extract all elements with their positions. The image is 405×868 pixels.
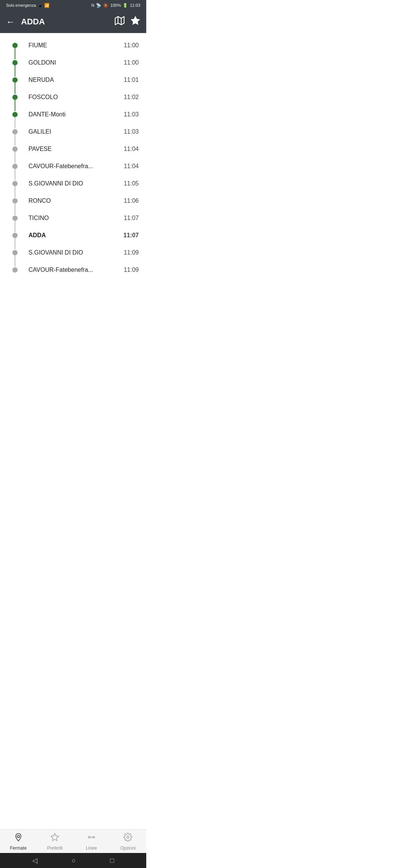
stop-name: FOSCOLO [28,94,124,101]
status-right: N 📡 🔕 100% 🔋 11:03 [91,3,140,8]
stop-item[interactable]: ADDA 11:07 [0,227,146,244]
stop-time: 11:05 [124,180,139,187]
stop-time: 11:02 [124,94,139,101]
timeline-col [8,95,22,100]
stop-item[interactable]: TICINO 11:07 [0,209,146,227]
bluetooth-icon: 📡 [96,3,101,8]
timeline-col [8,198,22,203]
sim-icon: 📱 [38,3,43,8]
timeline-col [8,164,22,169]
stop-list: FIUME 11:00 GOLDONI 11:00 NERUDA 11:01 F… [0,33,146,282]
stop-item[interactable]: PAVESE 11:04 [0,140,146,158]
stop-list-content: FIUME 11:00 GOLDONI 11:00 NERUDA 11:01 F… [0,33,146,327]
timeline-dot [12,129,18,134]
timeline-col [8,267,22,273]
clock-time: 11:03 [130,3,140,8]
mute-icon: 🔕 [103,3,108,8]
stop-name: S.GIOVANNI DI DIO [28,249,124,256]
timeline-dot [12,233,18,238]
status-left: Solo emergenza 📱 📶 [6,3,50,8]
timeline-col [8,250,22,255]
timeline-line [15,169,15,180]
stop-name: RONCO [28,197,124,204]
stop-name: TICINO [28,215,124,222]
svg-marker-0 [115,17,124,25]
stop-item[interactable]: CAVOUR-Fatebenefra... 11:09 [0,261,146,279]
timeline-line [15,186,15,197]
stop-name: NERUDA [28,77,124,83]
timeline-line [15,255,15,267]
timeline-line [15,152,15,163]
stop-name: GOLDONI [28,59,124,66]
stop-item[interactable]: S.GIOVANNI DI DIO 11:09 [0,244,146,261]
top-bar-icons [115,16,140,28]
timeline-dot [12,43,18,48]
emergency-text: Solo emergenza [6,3,36,8]
stop-name: PAVESE [28,146,124,152]
stop-item[interactable]: CAVOUR-Fatebenefra... 11:04 [0,158,146,175]
svg-marker-3 [131,17,140,24]
timeline-dot [12,215,18,221]
timeline-line [15,117,15,128]
battery-icon: 🔋 [123,3,128,8]
timeline-dot [12,164,18,169]
timeline-line [15,83,15,94]
timeline-line [15,48,15,59]
stop-time: 11:00 [124,42,139,49]
favorite-star-icon[interactable] [130,16,140,28]
stop-item[interactable]: S.GIOVANNI DI DIO 11:05 [0,175,146,192]
timeline-dot [12,112,18,117]
timeline-line [15,238,15,249]
stop-time: 11:00 [124,59,139,66]
timeline-col [8,112,22,117]
stop-item[interactable]: NERUDA 11:01 [0,71,146,89]
stop-time: 11:07 [123,232,139,239]
timeline-dot [12,146,18,152]
status-bar: Solo emergenza 📱 📶 N 📡 🔕 100% 🔋 11:03 [0,0,146,11]
timeline-line [15,100,15,111]
stop-item[interactable]: GOLDONI 11:00 [0,54,146,71]
stop-time: 11:04 [124,146,139,152]
timeline-col [8,215,22,221]
stop-time: 11:09 [124,249,139,256]
stop-item[interactable]: FIUME 11:00 [0,37,146,54]
stop-name: FIUME [28,42,124,49]
stop-item[interactable]: DANTE-Monti 11:03 [0,106,146,123]
stop-time: 11:07 [124,215,139,222]
stop-name: CAVOUR-Fatebenefra... [28,267,124,273]
timeline-dot [12,77,18,83]
map-icon[interactable] [115,16,124,28]
stop-time: 11:03 [124,128,139,135]
timeline-line [15,65,15,77]
top-bar: ← ADDA [0,11,146,33]
timeline-line [15,221,15,232]
stop-item[interactable]: GALILEI 11:03 [0,123,146,140]
wifi-icon: 📶 [44,3,50,8]
timeline-line [15,203,15,215]
timeline-col [8,43,22,48]
stop-name: ADDA [28,232,123,239]
stop-name: S.GIOVANNI DI DIO [28,180,124,187]
timeline-line [15,134,15,146]
battery-text: 100% [110,3,121,8]
timeline-col [8,146,22,152]
stop-item[interactable]: RONCO 11:06 [0,192,146,209]
timeline-dot [12,267,18,273]
timeline-dot [12,95,18,100]
stop-name: GALILEI [28,128,124,135]
stop-time: 11:03 [124,111,139,118]
back-button[interactable]: ← [6,17,15,27]
timeline-col [8,60,22,65]
timeline-dot [12,198,18,203]
stop-time: 11:09 [124,267,139,273]
stop-name: CAVOUR-Fatebenefra... [28,163,124,170]
nfc-icon: N [91,3,94,8]
stop-name: DANTE-Monti [28,111,124,118]
stop-item[interactable]: FOSCOLO 11:02 [0,89,146,106]
timeline-dot [12,250,18,255]
timeline-dot [12,60,18,65]
timeline-col [8,129,22,134]
stop-time: 11:06 [124,197,139,204]
timeline-col [8,233,22,238]
timeline-dot [12,181,18,186]
